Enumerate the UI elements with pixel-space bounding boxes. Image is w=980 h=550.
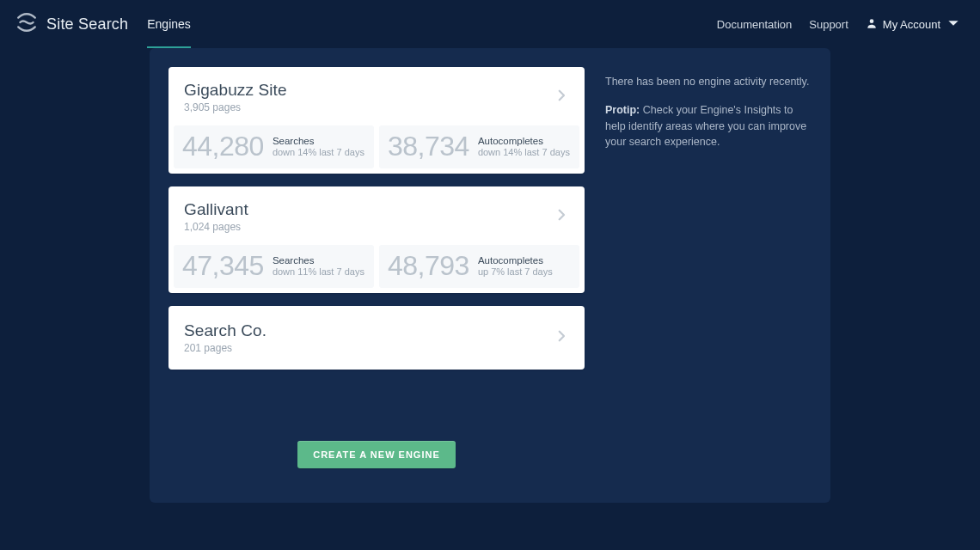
- engine-card-head: Search Co. 201 pages: [168, 306, 585, 370]
- svg-point-0: [869, 19, 873, 23]
- stat-sub: down 14% last 7 days: [273, 147, 364, 157]
- stat-number: 38,734: [388, 132, 469, 160]
- chevron-right-icon: [554, 88, 569, 107]
- stat-autocompletes: 38,734 Autocompletes down 14% last 7 day…: [379, 125, 579, 168]
- nav-support[interactable]: Support: [809, 18, 848, 31]
- engine-name: Gallivant: [184, 200, 248, 219]
- app-title: Site Search: [46, 15, 128, 34]
- engine-pages: 201 pages: [184, 342, 266, 354]
- stat-title: Autocompletes: [478, 136, 570, 146]
- engine-stats: 47,345 Searches down 11% last 7 days 48,…: [168, 245, 585, 293]
- create-button-wrap: Create a new engine: [168, 441, 585, 468]
- stat-title: Searches: [273, 255, 364, 266]
- logo-icon: [15, 11, 38, 37]
- engine-stats: 44,280 Searches down 14% last 7 days 38,…: [168, 125, 585, 174]
- stat-sub: down 11% last 7 days: [273, 266, 364, 277]
- chevron-down-icon: [946, 17, 959, 32]
- stat-sub: down 14% last 7 days: [478, 147, 570, 157]
- stat-autocompletes: 48,793 Autocompletes up 7% last 7 days: [379, 245, 579, 288]
- stat-number: 48,793: [388, 252, 469, 279]
- account-label: My Account: [883, 18, 940, 31]
- logo-group[interactable]: Site Search: [15, 11, 128, 37]
- engine-card[interactable]: Gigabuzz Site 3,905 pages 44,280 Searche…: [168, 67, 585, 174]
- stat-searches: 44,280 Searches down 14% last 7 days: [174, 125, 374, 168]
- stat-title: Autocompletes: [478, 255, 553, 266]
- topbar: Site Search Engines Documentation Suppor…: [0, 0, 980, 48]
- topbar-left: Site Search Engines: [15, 1, 191, 47]
- engine-card-head: Gallivant 1,024 pages: [168, 186, 585, 245]
- stat-sub: up 7% last 7 days: [478, 266, 553, 277]
- engine-name: Search Co.: [184, 321, 266, 340]
- stat-title: Searches: [273, 136, 364, 146]
- user-icon: [866, 17, 878, 32]
- chevron-right-icon: [554, 328, 569, 347]
- nav-engines[interactable]: Engines: [147, 2, 191, 48]
- engine-card[interactable]: Gallivant 1,024 pages 47,345 Searches do…: [168, 186, 585, 293]
- engine-pages: 1,024 pages: [184, 221, 248, 233]
- create-engine-button[interactable]: Create a new engine: [297, 441, 456, 468]
- chevron-right-icon: [554, 207, 569, 226]
- engine-name: Gigabuzz Site: [184, 81, 287, 100]
- topbar-right: Documentation Support My Account: [717, 17, 959, 32]
- engine-pages: 3,905 pages: [184, 101, 287, 113]
- stat-number: 47,345: [182, 252, 264, 279]
- engine-card-head: Gigabuzz Site 3,905 pages: [168, 67, 585, 125]
- nav-documentation[interactable]: Documentation: [717, 18, 792, 31]
- engine-card[interactable]: Search Co. 201 pages: [168, 306, 585, 370]
- stat-searches: 47,345 Searches down 11% last 7 days: [174, 245, 374, 288]
- sidebar-info: There has been no engine activity recent…: [605, 67, 812, 468]
- account-menu[interactable]: My Account: [866, 17, 959, 32]
- protip-text: Protip: Check your Engine's Insights to …: [605, 102, 812, 150]
- engine-list: Gigabuzz Site 3,905 pages 44,280 Searche…: [168, 67, 585, 468]
- stat-number: 44,280: [182, 132, 264, 160]
- protip-label: Protip:: [605, 104, 640, 116]
- no-activity-text: There has been no engine activity recent…: [605, 74, 812, 90]
- main-panel: Gigabuzz Site 3,905 pages 44,280 Searche…: [150, 48, 830, 503]
